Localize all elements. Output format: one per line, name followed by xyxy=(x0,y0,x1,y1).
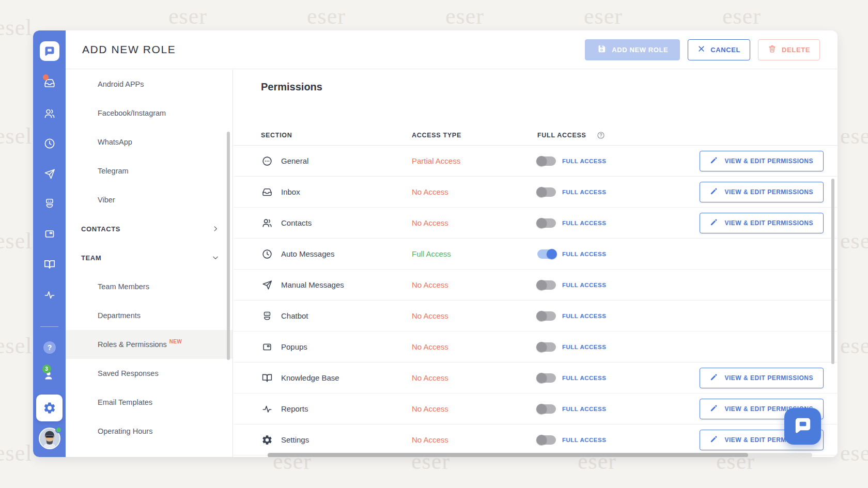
sidebar-item-whatsapp[interactable]: WhatsApp xyxy=(66,128,233,156)
chatbot-icon xyxy=(261,310,273,322)
sidebar-item-facebook-instagram[interactable]: Facebook/Instagram xyxy=(66,99,233,128)
chat-bubble-icon xyxy=(793,415,813,438)
new-badge: NEW xyxy=(169,339,182,344)
horizontal-scrollbar-thumb[interactable] xyxy=(268,453,748,457)
app-logo[interactable] xyxy=(33,41,66,61)
page-header: ADD NEW ROLE ADD NEW ROLE CANCEL DELETE xyxy=(66,30,838,69)
settings-icon xyxy=(261,434,273,446)
full-access-toggle-label: FULL ACCESS xyxy=(562,375,606,381)
table-row: ContactsNo AccessFULL ACCESSVIEW & EDIT … xyxy=(234,208,838,239)
nav-knowledge-base[interactable] xyxy=(33,258,66,271)
section-name: Knowledge Base xyxy=(281,373,339,382)
trash-icon xyxy=(768,44,777,55)
page: eselesereseresereseresereseleseleselesel… xyxy=(0,0,868,488)
rail-divider xyxy=(40,326,58,327)
chevron-down-icon xyxy=(212,254,219,261)
pencil-icon xyxy=(710,435,718,445)
sidebar-item-operating-hours[interactable]: Operating Hours xyxy=(66,417,233,446)
full-access-toggle[interactable] xyxy=(537,435,556,445)
sidebar-item-android-apps[interactable]: Android APPs xyxy=(66,70,233,99)
popup-icon xyxy=(43,228,56,240)
full-access-toggle[interactable] xyxy=(537,311,556,321)
table-row: PopupsNo AccessFULL ACCESS xyxy=(234,332,838,363)
pencil-icon xyxy=(710,218,718,228)
settings-sidebar: Android APPsFacebook/InstagramWhatsAppTe… xyxy=(66,70,233,457)
full-access-toggle[interactable] xyxy=(537,373,556,383)
chatbot-icon xyxy=(43,197,56,210)
contacts-icon xyxy=(43,107,56,120)
column-full-access: FULL ACCESS xyxy=(537,132,586,139)
sidebar-item-contacts[interactable]: CONTACTS xyxy=(66,214,233,243)
clock-icon xyxy=(261,248,273,260)
cancel-button[interactable]: CANCEL xyxy=(688,39,750,60)
full-access-toggle[interactable] xyxy=(537,342,556,352)
sidebar-item-custom-email-domains[interactable]: Custom Email Domains xyxy=(66,446,233,457)
reports-icon xyxy=(43,289,56,301)
watermark-text: esel xyxy=(0,228,32,254)
full-access-toggle[interactable] xyxy=(537,249,556,259)
full-access-toggle[interactable] xyxy=(537,187,556,197)
view-edit-permissions-button[interactable]: VIEW & EDIT PERMISSIONS xyxy=(700,213,824,233)
view-edit-permissions-button[interactable]: VIEW & EDIT PERMISSIONS xyxy=(700,151,824,171)
sidebar-item-team-members[interactable]: Team Members xyxy=(66,272,233,301)
access-type-value: No Access xyxy=(412,280,537,289)
add-new-role-button[interactable]: ADD NEW ROLE xyxy=(585,39,680,60)
full-access-toggle-label: FULL ACCESS xyxy=(562,437,606,443)
nav-auto-messages[interactable] xyxy=(33,137,66,150)
table-header: SECTION ACCESS TYPE FULL ACCESS xyxy=(234,125,838,145)
full-access-toggle[interactable] xyxy=(537,156,556,166)
nav-settings-active[interactable] xyxy=(36,395,63,421)
watermark-text: esel xyxy=(840,123,868,149)
save-icon xyxy=(597,44,607,55)
page-title: ADD NEW ROLE xyxy=(82,43,176,56)
full-access-toggle[interactable] xyxy=(537,404,556,414)
chat-widget-button[interactable] xyxy=(784,408,821,445)
nav-help[interactable]: ? xyxy=(33,341,66,354)
sidebar-item-roles-permissions[interactable]: Roles & PermissionsNEW xyxy=(66,330,233,359)
section-name: Auto Messages xyxy=(281,249,334,258)
chevron-right-icon xyxy=(212,225,219,232)
pencil-icon xyxy=(710,156,718,166)
sidebar-item-email-templates[interactable]: Email Templates xyxy=(66,388,233,417)
sidebar-item-viber[interactable]: Viber xyxy=(66,185,233,214)
nav-manual-messages[interactable] xyxy=(33,168,66,180)
nav-chatbot[interactable] xyxy=(33,197,66,210)
full-access-toggle-label: FULL ACCESS xyxy=(562,251,606,257)
user-avatar[interactable] xyxy=(39,428,60,449)
nav-inbox[interactable] xyxy=(33,77,66,89)
nav-popups[interactable] xyxy=(33,228,66,240)
full-access-toggle-label: FULL ACCESS xyxy=(562,282,606,288)
online-status-dot xyxy=(55,427,62,433)
sidebar-item-saved-responses[interactable]: Saved Responses xyxy=(66,359,233,388)
delete-button[interactable]: DELETE xyxy=(758,39,820,60)
help-circle-icon[interactable] xyxy=(597,131,605,139)
table-row: SettingsNo AccessFULL ACCESSVIEW & EDIT … xyxy=(234,424,838,455)
reports-icon xyxy=(261,403,273,415)
watermark-text: esel xyxy=(0,440,32,466)
full-access-toggle-label: FULL ACCESS xyxy=(562,189,606,195)
full-access-toggle[interactable] xyxy=(537,218,556,228)
watermark-text: esel xyxy=(0,123,32,149)
full-access-toggle[interactable] xyxy=(537,280,556,290)
nav-reports[interactable] xyxy=(33,289,66,301)
view-edit-permissions-button[interactable]: VIEW & EDIT PERMISSIONS xyxy=(700,368,824,388)
sidebar-scrollbar[interactable] xyxy=(227,132,230,360)
knowledge-base-icon xyxy=(43,258,56,271)
main-vertical-scrollbar[interactable] xyxy=(831,179,834,364)
section-name: Reports xyxy=(281,404,308,413)
sidebar-item-telegram[interactable]: Telegram xyxy=(66,156,233,185)
sidebar-item-departments[interactable]: Departments xyxy=(66,301,233,330)
section-name: Manual Messages xyxy=(281,280,344,289)
nav-contacts[interactable] xyxy=(33,107,66,120)
access-type-value: No Access xyxy=(412,404,537,413)
horizontal-scrollbar-track[interactable] xyxy=(268,453,812,457)
nav-rail: ? 3 xyxy=(33,30,66,457)
view-edit-permissions-button[interactable]: VIEW & EDIT PERMISSIONS xyxy=(700,182,824,202)
watermark-text: esel xyxy=(0,333,32,359)
close-icon xyxy=(698,45,705,54)
sidebar-item-team[interactable]: TEAM xyxy=(66,243,233,272)
nav-team[interactable]: 3 xyxy=(33,369,66,382)
send-icon xyxy=(43,168,56,180)
section-name: Inbox xyxy=(281,187,300,196)
header-actions: ADD NEW ROLE CANCEL DELETE xyxy=(585,39,820,60)
